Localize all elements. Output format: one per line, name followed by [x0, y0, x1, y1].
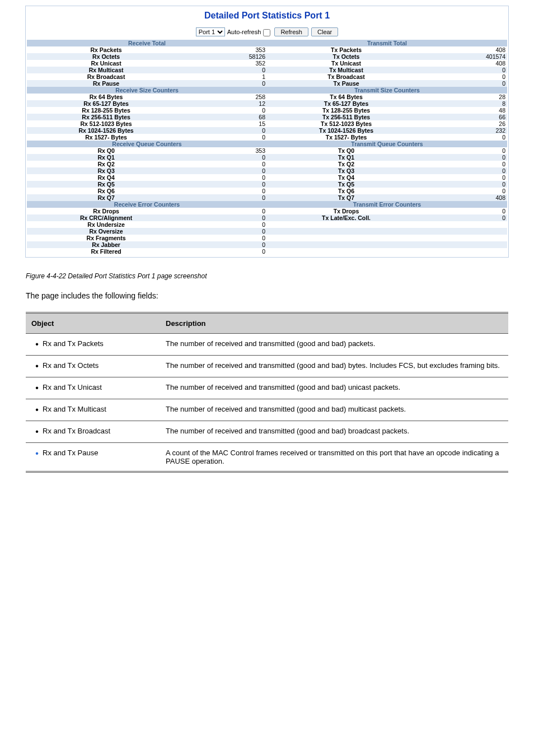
stat-value: 0: [185, 194, 267, 201]
desc-header-object: Object: [26, 313, 160, 334]
stat-value: 258: [185, 94, 267, 100]
description-table: Object Description •Rx and Tx PacketsThe…: [26, 312, 508, 473]
stat-label: Tx 65-127 Bytes: [267, 100, 425, 107]
stat-value: 0: [185, 167, 267, 174]
stat-value: 0: [185, 228, 267, 235]
stat-label: Tx Q3: [267, 167, 425, 174]
stat-value: 0: [425, 174, 507, 181]
stat-label: Rx Q2: [27, 161, 185, 167]
section-header: Transmit Total: [267, 40, 507, 46]
stat-value: 0: [425, 161, 507, 167]
desc-header-description: Description: [160, 313, 508, 334]
stat-label: Rx Q4: [27, 174, 185, 181]
section-header: Receive Size Counters: [27, 87, 267, 94]
stat-label: Rx 1527- Bytes: [27, 134, 185, 141]
stat-label: Rx Q1: [27, 154, 185, 161]
stat-label: Rx Q0: [27, 147, 185, 154]
section-header: Transmit Size Counters: [267, 87, 507, 94]
auto-refresh-checkbox[interactable]: [263, 29, 270, 36]
stat-value: 0: [425, 188, 507, 194]
stat-value: 15: [185, 120, 267, 127]
stat-label: Rx 64 Bytes: [27, 94, 185, 100]
stat-value: 0: [425, 154, 507, 161]
stat-value: 0: [425, 208, 507, 214]
stat-label: Rx Oversize: [27, 228, 185, 235]
stat-value: 0: [425, 67, 507, 73]
figure-caption: Figure 4-4-22 Detailed Port Statistics P…: [26, 272, 534, 280]
stat-value: 0: [425, 167, 507, 174]
clear-button[interactable]: Clear: [311, 27, 338, 36]
stat-value: 12: [185, 100, 267, 107]
desc-text: The number of received and transmitted (…: [160, 334, 508, 356]
stat-label: Tx 64 Bytes: [267, 94, 425, 100]
stat-value: 58126: [185, 53, 267, 60]
stat-label: Rx Q6: [27, 188, 185, 194]
desc-text: The number of received and transmitted (…: [160, 421, 508, 443]
desc-object: •Rx and Tx Packets: [26, 334, 160, 356]
section-header: Transmit Error Counters: [267, 201, 507, 208]
stat-value: 0: [425, 134, 507, 141]
stat-value: 0: [185, 241, 267, 248]
stat-label: [267, 235, 425, 241]
stat-value: 1: [185, 73, 267, 80]
stat-label: [267, 228, 425, 235]
stat-value: 0: [185, 134, 267, 141]
stat-value: 0: [185, 154, 267, 161]
stat-label: Tx 128-255 Bytes: [267, 107, 425, 114]
desc-text: The number of received and transmitted (…: [160, 377, 508, 399]
stat-label: Tx Q7: [267, 194, 425, 201]
desc-object-text: Rx and Tx Broadcast: [43, 427, 110, 435]
stat-value: 0: [185, 80, 267, 87]
stat-value: 28: [425, 94, 507, 100]
stat-value: 0: [185, 161, 267, 167]
bullet-icon: •: [31, 383, 43, 393]
desc-object-text: Rx and Tx Multicast: [43, 405, 106, 413]
stat-label: Tx Q4: [267, 174, 425, 181]
desc-object: •Rx and Tx Pause: [26, 443, 160, 472]
stat-label: Rx Filtered: [27, 248, 185, 255]
stat-label: Tx Drops: [267, 208, 425, 214]
stat-label: Rx Multicast: [27, 67, 185, 73]
bullet-icon: •: [31, 449, 43, 459]
stat-label: Tx Unicast: [267, 60, 425, 67]
stat-value: 68: [185, 114, 267, 120]
bullet-icon: •: [31, 361, 43, 371]
stat-label: Tx Q0: [267, 147, 425, 154]
stat-label: Tx 512-1023 Bytes: [267, 120, 425, 127]
stat-value: 0: [425, 73, 507, 80]
stat-label: Rx Unicast: [27, 60, 185, 67]
port-select[interactable]: Port 1: [196, 27, 225, 36]
stat-value: 0: [185, 174, 267, 181]
stat-value: 66: [425, 114, 507, 120]
desc-object-text: Rx and Tx Pause: [43, 449, 98, 457]
stat-label: Rx Q3: [27, 167, 185, 174]
stat-label: Tx 1024-1526 Bytes: [267, 127, 425, 134]
stat-value: 0: [185, 181, 267, 188]
stat-label: Tx Octets: [267, 53, 425, 60]
stat-value: 232: [425, 127, 507, 134]
stat-value: 0: [185, 235, 267, 241]
auto-refresh-label: Auto-refresh: [227, 29, 261, 35]
stat-value: 0: [425, 214, 507, 221]
section-header: Receive Queue Counters: [27, 141, 267, 147]
stat-value: [425, 241, 507, 248]
description-intro: The page includes the following fields:: [26, 290, 508, 302]
stat-value: 8: [425, 100, 507, 107]
stat-value: 0: [185, 67, 267, 73]
stat-value: 353: [185, 46, 267, 53]
stat-value: 0: [425, 80, 507, 87]
desc-object-text: Rx and Tx Packets: [43, 339, 104, 348]
stat-value: 0: [185, 208, 267, 214]
section-header: Receive Total: [27, 40, 267, 46]
stat-value: 0: [185, 188, 267, 194]
stat-label: Rx Drops: [27, 208, 185, 214]
desc-object: •Rx and Tx Broadcast: [26, 421, 160, 443]
stat-value: 48: [425, 107, 507, 114]
stat-value: [425, 235, 507, 241]
stat-label: Tx Q1: [267, 154, 425, 161]
stat-label: [267, 241, 425, 248]
refresh-button[interactable]: Refresh: [274, 27, 308, 36]
stat-value: 0: [185, 221, 267, 228]
stat-label: Tx Broadcast: [267, 73, 425, 80]
stat-label: [267, 248, 425, 255]
